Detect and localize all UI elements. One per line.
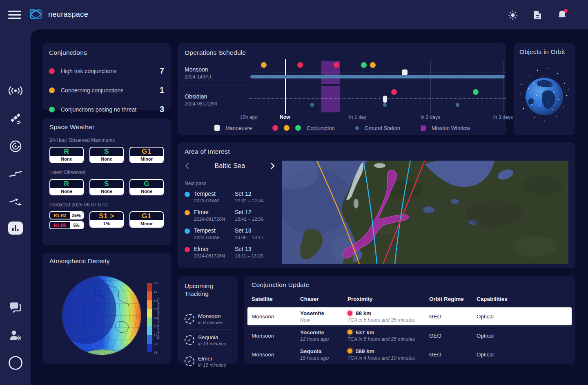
- badge-code: R: [50, 180, 83, 188]
- manoeuvre-event-marker[interactable]: [383, 96, 387, 103]
- swx-badge-r-latest: R None: [49, 179, 84, 195]
- region-next-chevron-icon[interactable]: [269, 162, 276, 170]
- menu-icon[interactable]: [8, 11, 21, 20]
- ground-station-event-dot[interactable]: [383, 103, 387, 107]
- cell-proximity: 98 km TCA in 5 hours and 35 minutes: [347, 310, 415, 323]
- ops-timeline-chart[interactable]: 12h agoNowin 1 dayin 2 daysin 3 days: [178, 60, 506, 126]
- ground-station-event-dot[interactable]: [310, 103, 314, 107]
- sidebar-item-dashboard[interactable]: [8, 222, 23, 235]
- pass-name: Tempest: [194, 227, 235, 234]
- swx-badge-g-max: G1 Minor: [129, 147, 164, 163]
- tracking-item[interactable]: ✓ Monsoon in 8 minutes: [185, 309, 231, 329]
- conjunction-row[interactable]: Monsoon Yosemite 12 hours ago 537 km TCA…: [247, 326, 572, 344]
- cell-chaser: Yosemite Now: [300, 310, 324, 323]
- legend-label-manoeuvre: Manoeuvre: [225, 125, 252, 131]
- brand[interactable]: neuraspace: [28, 7, 88, 22]
- pass-item[interactable]: Elmer 2024-081728N Set 12 12:41 – 12:56: [185, 209, 277, 222]
- sidebar-item-radar[interactable]: [6, 138, 25, 154]
- column-header-capabilities: Capabilities: [477, 296, 508, 302]
- notifications-bell-icon[interactable]: [557, 10, 567, 20]
- pass-item[interactable]: Tempest 2023-003AF Set 12 12:32 – 12:44: [185, 190, 277, 203]
- pass-id: 2024-081728N: [194, 253, 235, 258]
- mission-window-legend-icon: [421, 125, 426, 131]
- cell-satellite: Monsoon: [252, 313, 274, 320]
- tracking-eta: in 15 minutes: [198, 363, 226, 367]
- conjunction-event-dot[interactable]: [261, 62, 267, 68]
- aoi-map[interactable]: [282, 161, 568, 264]
- colorbar-band: [147, 300, 152, 309]
- theme-sun-icon[interactable]: [508, 10, 518, 20]
- pass-id: 2023-003AF: [194, 198, 235, 203]
- proximity-distance: 98 km: [356, 310, 371, 316]
- pass-time: 13:06 – 13:17: [235, 235, 263, 240]
- axis-tick-label: 12h ago: [240, 114, 257, 120]
- conjunction-event-dot[interactable]: [297, 62, 303, 68]
- upcoming-tracking-panel: Upcoming Tracking ✓ Monsoon in 8 minutes…: [178, 276, 238, 364]
- badge-level: None: [50, 156, 83, 162]
- mini-value: 35%: [70, 212, 83, 219]
- document-icon[interactable]: [533, 10, 542, 20]
- aoi-title: Area of Interest: [185, 148, 230, 155]
- pass-item[interactable]: Tempest 2023-003AF Set 13 13:06 – 13:17: [185, 227, 277, 240]
- tracking-item[interactable]: ✓ Sequoia in 13 minutes: [185, 329, 231, 351]
- pass-set: Set 13: [235, 227, 263, 234]
- conjunction-event-dot[interactable]: [391, 89, 397, 95]
- coverage-bar[interactable]: [250, 75, 505, 78]
- sidebar-item-converge[interactable]: [6, 166, 25, 182]
- conjunction-event-dot[interactable]: [361, 62, 367, 68]
- swx-mini-badge-r3r5: R3-R5 5%: [49, 221, 84, 229]
- conjunction-orange-legend-icon: [284, 125, 290, 131]
- legend-label-conjunction: Conjunction: [307, 125, 335, 131]
- split-arrows-icon: [9, 197, 22, 207]
- conjunction-row[interactable]: Monsoon Sequoia 15 hours ago 589 km TCA …: [247, 345, 572, 363]
- swx-mini-badge-r1r2: R1-R2 35%: [49, 211, 84, 219]
- conjunction-stat-no-threat: Conjunctions posing no threat 3: [49, 105, 164, 114]
- pass-item[interactable]: Elmer 2024-081728N Set 13 13:11 – 13:26: [185, 246, 277, 258]
- legend-label-ground-station: Ground Station: [365, 125, 400, 131]
- sidebar-item-chat[interactable]: [6, 299, 25, 316]
- conjunction-event-dot[interactable]: [473, 89, 479, 95]
- chaser-when: 12 hours ago: [300, 336, 329, 342]
- badge-level: 1%: [90, 220, 123, 227]
- cell-satellite: Monsoon: [252, 351, 274, 357]
- sidebar-item-user-settings[interactable]: [6, 327, 25, 343]
- cell-chaser: Sequoia 15 hours ago: [300, 348, 329, 360]
- column-header-satellite: Satellite: [252, 296, 273, 302]
- badge-level: None: [90, 188, 123, 195]
- sidebar-item-split[interactable]: [6, 194, 25, 210]
- colorbar-tick: 3.2: [154, 290, 158, 293]
- top-bar: neuraspace: [0, 0, 588, 29]
- tracking-item[interactable]: ✓ Elmer in 15 minutes: [185, 351, 231, 372]
- mission-window[interactable]: [321, 86, 340, 112]
- left-sidebar: [0, 29, 31, 385]
- cell-orbit-regime: GEO: [429, 313, 441, 320]
- conjunction-update-panel: Conjunction Update Satellite Chaser Prox…: [244, 276, 575, 364]
- conjunction-row-highlighted[interactable]: Monsoon Yosemite Now 98 km TCA in 5 hour…: [247, 307, 572, 325]
- stat-label: Concerning conjunctions: [61, 87, 123, 94]
- sidebar-item-avatar[interactable]: [6, 355, 25, 371]
- cell-capabilities: Optical: [477, 313, 494, 320]
- pass-name: Elmer: [194, 246, 235, 252]
- badge-level: Minor: [130, 156, 163, 162]
- sidebar-item-satellite[interactable]: [6, 110, 25, 127]
- space-weather-panel: Space Weather 24-Hour Observed Maximums …: [42, 119, 171, 245]
- sidebar-item-signal[interactable]: [6, 83, 25, 99]
- grid-line: [503, 60, 503, 113]
- conjunction-event-dot[interactable]: [334, 62, 339, 68]
- manoeuvre-event-marker[interactable]: [402, 69, 408, 75]
- orbit-title: Objects in Orbit: [519, 48, 569, 56]
- conjunction-event-dot[interactable]: [370, 62, 376, 68]
- tracking-name: Monsoon: [198, 313, 223, 319]
- pass-dot: [185, 192, 190, 197]
- tracking-name: Sequoia: [198, 334, 226, 340]
- region-name: Baltic Sea: [191, 162, 269, 170]
- neuraspace-logo-icon: [28, 7, 44, 22]
- chaser-name: Yosemite: [300, 329, 329, 335]
- conjunction-green-legend-icon: [295, 125, 301, 131]
- atmos-colorbar-label: Thermospheric Density [kg/m^3]: [157, 295, 160, 344]
- chat-icon: [9, 302, 22, 313]
- badge-code: S: [90, 180, 123, 188]
- column-header-proximity: Proximity: [347, 296, 373, 302]
- region-prev-chevron-icon[interactable]: [184, 162, 191, 170]
- ground-station-event-dot[interactable]: [456, 103, 459, 107]
